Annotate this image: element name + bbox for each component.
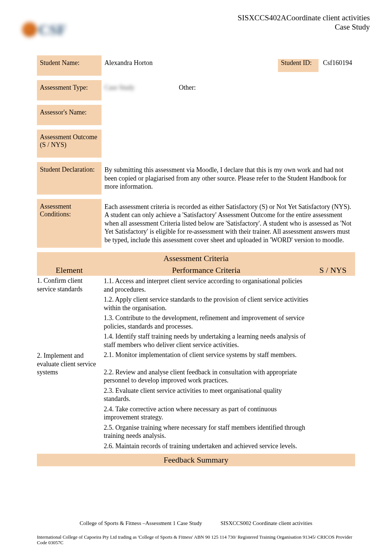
- conditions-row: Assessment Conditions: Each assessment c…: [37, 199, 355, 250]
- conditions-label: Assessment Conditions:: [37, 199, 102, 248]
- header-subtitle: Case Study: [81, 23, 370, 32]
- content-area: Student Name: Alexandra Horton Student I…: [22, 55, 370, 466]
- legal-text: International College of Capoeira Pty Lt…: [37, 534, 355, 546]
- student-id-value: Csf160194: [319, 59, 352, 72]
- criteria-pc-column: 1.1. Access and interpret client service…: [102, 276, 311, 452]
- assessment-type-value-cell: Case Study Other:: [102, 80, 355, 100]
- criteria-table-body: 1. Confirm client service standards 2. I…: [37, 276, 355, 452]
- outcome-value: [102, 130, 355, 158]
- pc-2-6: 2.6. Maintain records of training undert…: [104, 442, 309, 452]
- unit-title: Coordinate client activities: [286, 13, 370, 22]
- assessor-row: Assessor's Name:: [37, 105, 355, 127]
- pc-1-3: 1.3. Contribute to the development, refi…: [104, 313, 309, 332]
- declaration-row: Student Declaration: By submitting this …: [37, 162, 355, 196]
- other-label: Other:: [164, 84, 196, 97]
- pc-2-5: 2.5. Organise training where necessary f…: [104, 423, 309, 442]
- outcome-row: Assessment Outcome (S / NYS): [37, 130, 355, 159]
- col-element-header: Element: [37, 265, 102, 276]
- unit-code: SISXCCS402A: [238, 13, 286, 22]
- footer-right: SISXCCS002 Coordinate client activities: [220, 520, 312, 526]
- pc-2-1: 2.1. Monitor implementation of client se…: [104, 350, 309, 368]
- criteria-table-head: Element Performance Criteria S / NYS: [37, 265, 355, 276]
- pc-1-1: 1.1. Access and interpret client service…: [104, 277, 309, 295]
- student-name-value: Alexandra Horton: [104, 59, 278, 72]
- student-id-label: Student ID:: [278, 59, 319, 72]
- page-header: CSF SISXCCS402ACoordinate client activit…: [22, 11, 370, 48]
- header-title: SISXCCS402ACoordinate client activities …: [81, 11, 370, 32]
- conditions-text: Each assessment criteria is recorded as …: [102, 199, 355, 248]
- element-1-title: 1. Confirm client service standards: [37, 277, 98, 293]
- feedback-summary-header: Feedback Summary: [37, 454, 355, 466]
- student-name-row: Student Name: Alexandra Horton Student I…: [37, 55, 355, 77]
- assessment-cover-page: CSF SISXCCS402ACoordinate client activit…: [0, 0, 392, 477]
- logo-icon: [22, 22, 37, 37]
- logo-text: CSF: [38, 21, 66, 38]
- criteria-snys-column: [311, 276, 355, 452]
- declaration-label: Student Declaration:: [37, 162, 102, 195]
- pc-2-3: 2.3. Evaluate client service activities …: [104, 386, 309, 405]
- outcome-label: Assessment Outcome (S / NYS): [37, 130, 102, 158]
- assessment-type-label: Assessment Type:: [37, 80, 102, 100]
- criteria-elements-column: 1. Confirm client service standards 2. I…: [37, 276, 102, 452]
- col-snys-header: S / NYS: [311, 265, 355, 276]
- pc-1-4: 1.4. Identify staff training needs by un…: [104, 332, 309, 350]
- assessor-value: [102, 105, 355, 125]
- footer-left: College of Sports & Fitness –Assessment …: [80, 520, 202, 526]
- assessor-label: Assessor's Name:: [37, 105, 102, 125]
- pc-2-2: 2.2. Review and analyse client feedback …: [104, 368, 309, 386]
- student-name-value-cell: Alexandra Horton Student ID: Csf160194: [102, 55, 355, 76]
- assessment-criteria-header: Assessment Criteria: [37, 252, 355, 265]
- element-2-title: 2. Implement and evaluate client service…: [37, 351, 98, 377]
- assessment-type-row: Assessment Type: Case Study Other:: [37, 80, 355, 102]
- declaration-text: By submitting this assessment via Moodle…: [102, 162, 355, 195]
- page-footer: College of Sports & Fitness –Assessment …: [0, 520, 392, 526]
- college-logo: CSF: [22, 11, 81, 48]
- col-pc-header: Performance Criteria: [102, 265, 311, 276]
- student-name-label: Student Name:: [37, 55, 102, 76]
- assessment-type-value: Case Study: [104, 84, 164, 97]
- pc-2-4: 2.4. Take corrective action where necess…: [104, 405, 309, 423]
- pc-1-2: 1.2. Apply client service standards to t…: [104, 295, 309, 313]
